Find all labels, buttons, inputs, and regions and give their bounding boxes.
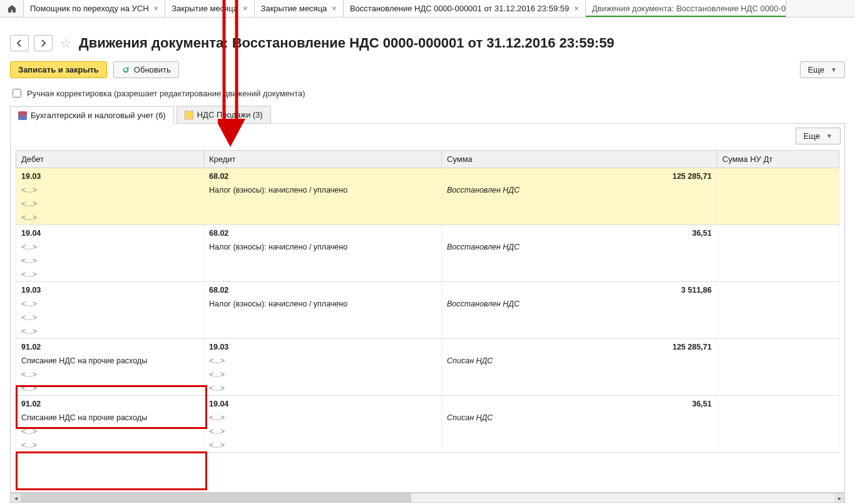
cell-credit-acc: 19.04 bbox=[204, 396, 442, 411]
tab-vat-sales[interactable]: НДС Продажи (3) bbox=[177, 106, 271, 123]
write-close-button[interactable]: Записать и закрыть bbox=[10, 61, 107, 78]
col-debit[interactable]: Дебет bbox=[16, 151, 204, 168]
table-row[interactable]: Списание НДС на прочие расходы<...>Списа… bbox=[16, 354, 839, 368]
table-row[interactable]: <...><...> bbox=[16, 381, 839, 396]
cell-sum-nu bbox=[717, 396, 839, 411]
table-row[interactable]: <...> bbox=[16, 211, 839, 225]
cell-empty bbox=[442, 311, 717, 325]
cell-ph bbox=[204, 211, 442, 225]
cell-debit-acc: 19.03 bbox=[16, 282, 204, 298]
cell-credit-acc: 68.02 bbox=[204, 168, 442, 184]
ledger-icon bbox=[18, 111, 27, 120]
table-row[interactable]: 91.0219.0436,51 bbox=[16, 396, 839, 411]
table-row[interactable]: <...>Налог (взносы): начислено / уплачен… bbox=[16, 297, 839, 311]
cell-empty bbox=[717, 325, 839, 339]
window-tab-4[interactable]: Движения документа: Восстановление НДС 0… bbox=[586, 0, 786, 17]
cell-ph bbox=[204, 254, 442, 268]
table-row[interactable]: <...><...> bbox=[16, 425, 839, 438]
table-row[interactable]: <...><...> bbox=[16, 368, 839, 381]
cell-sum: 36,51 bbox=[442, 396, 717, 411]
table-row[interactable]: 91.0219.03125 285,71 bbox=[16, 339, 839, 355]
tab-accounting[interactable]: Бухгалтерский и налоговый учет (6) bbox=[10, 106, 174, 124]
cell-debit-desc: <...> bbox=[16, 183, 204, 197]
tab-label: Закрытие месяца bbox=[261, 4, 327, 13]
table-row[interactable]: <...> bbox=[16, 254, 839, 268]
button-label: Обновить bbox=[134, 65, 171, 74]
table-more-button[interactable]: Еще ▼ bbox=[796, 128, 841, 144]
nav-row: ☆ Движения документа: Восстановление НДС… bbox=[10, 35, 845, 51]
tab-label: Закрытие месяца bbox=[172, 4, 238, 13]
cell-empty bbox=[442, 325, 717, 339]
table-row[interactable]: 19.0368.02125 285,71 bbox=[16, 168, 839, 184]
cell-credit-desc: Налог (взносы): начислено / уплачено bbox=[204, 183, 442, 197]
table-row[interactable]: Списание НДС на прочие расходы<...>Списа… bbox=[16, 411, 839, 425]
cell-sum-desc: Списан НДС bbox=[442, 411, 717, 425]
table-container: Еще ▼ Дебет Кредит Сумма Сумма НУ Дт 19.… bbox=[10, 124, 845, 493]
refresh-button[interactable]: Обновить bbox=[113, 61, 179, 78]
window-tab-1[interactable]: Закрытие месяца × bbox=[165, 0, 254, 17]
more-button[interactable]: Еще ▼ bbox=[800, 61, 845, 78]
window-tab-3[interactable]: Восстановление НДС 0000-000001 от 31.12.… bbox=[344, 0, 586, 17]
tab-label: Бухгалтерский и налоговый учет (6) bbox=[31, 111, 166, 120]
back-button[interactable] bbox=[10, 35, 29, 51]
col-credit[interactable]: Кредит bbox=[204, 151, 442, 168]
cell-debit-acc: 91.02 bbox=[16, 396, 204, 411]
table-row[interactable]: <...>Налог (взносы): начислено / уплачен… bbox=[16, 183, 839, 197]
cell-empty bbox=[717, 211, 839, 225]
table-row[interactable]: <...> bbox=[16, 325, 839, 339]
cell-credit-acc: 68.02 bbox=[204, 282, 442, 298]
manual-adjust-checkbox[interactable] bbox=[13, 89, 21, 98]
col-sum-nu-dt[interactable]: Сумма НУ Дт bbox=[717, 151, 839, 168]
cell-empty bbox=[442, 211, 717, 225]
table-row[interactable]: <...> bbox=[16, 197, 839, 211]
cell-sum: 3 511,86 bbox=[442, 282, 717, 298]
close-icon[interactable]: × bbox=[574, 4, 579, 13]
cell-empty bbox=[717, 183, 839, 197]
cell-debit-acc: 19.03 bbox=[16, 168, 204, 184]
cell-empty bbox=[442, 381, 717, 396]
cell-debit-desc: Списание НДС на прочие расходы bbox=[16, 354, 204, 368]
favorite-star-icon[interactable]: ☆ bbox=[58, 36, 74, 51]
scroll-left-button[interactable]: ◂ bbox=[11, 493, 21, 502]
scroll-thumb[interactable] bbox=[21, 493, 411, 502]
cell-debit-acc: 91.02 bbox=[16, 339, 204, 355]
cell-ph: <...> bbox=[204, 368, 442, 381]
close-icon[interactable]: × bbox=[154, 4, 159, 13]
home-icon bbox=[7, 4, 17, 14]
cell-empty bbox=[442, 197, 717, 211]
close-icon[interactable]: × bbox=[332, 4, 337, 13]
cell-debit-desc: Списание НДС на прочие расходы bbox=[16, 411, 204, 425]
cell-empty bbox=[717, 425, 839, 438]
table-row[interactable]: <...> bbox=[16, 268, 839, 282]
horizontal-scrollbar[interactable]: ◂ ▸ bbox=[10, 493, 845, 503]
cell-empty bbox=[717, 254, 839, 268]
tab-label: НДС Продажи (3) bbox=[197, 110, 263, 119]
close-icon[interactable]: × bbox=[243, 4, 248, 13]
postings-table: Дебет Кредит Сумма Сумма НУ Дт 19.0368.0… bbox=[16, 150, 839, 453]
window-tab-0[interactable]: Помощник по переходу на УСН × bbox=[24, 0, 165, 17]
table-row[interactable]: 19.0368.023 511,86 bbox=[16, 282, 839, 298]
cell-debit-desc: <...> bbox=[16, 297, 204, 311]
table-row[interactable]: 19.0468.0236,51 bbox=[16, 225, 839, 241]
cell-ph: <...> bbox=[16, 425, 204, 438]
page-tabs: Бухгалтерский и налоговый учет (6) НДС П… bbox=[10, 106, 845, 124]
cell-ph: <...> bbox=[204, 425, 442, 438]
forward-button[interactable] bbox=[34, 35, 53, 51]
table-row[interactable]: <...><...> bbox=[16, 438, 839, 453]
table-row[interactable]: <...> bbox=[16, 311, 839, 325]
tab-label: Восстановление НДС 0000-000001 от 31.12.… bbox=[350, 4, 569, 13]
home-tab[interactable] bbox=[0, 0, 24, 17]
annotation-redbox-2 bbox=[16, 451, 207, 490]
cell-credit-desc: Налог (взносы): начислено / уплачено bbox=[204, 240, 442, 254]
scroll-right-button[interactable]: ▸ bbox=[834, 493, 844, 502]
cell-ph: <...> bbox=[204, 381, 442, 396]
scroll-track[interactable] bbox=[21, 493, 834, 502]
cell-debit-desc: <...> bbox=[16, 240, 204, 254]
cell-ph bbox=[204, 268, 442, 282]
table-row[interactable]: <...>Налог (взносы): начислено / уплачен… bbox=[16, 240, 839, 254]
cell-empty bbox=[717, 354, 839, 368]
col-sum[interactable]: Сумма bbox=[442, 151, 717, 168]
window-tab-2[interactable]: Закрытие месяца × bbox=[255, 0, 344, 17]
cell-ph: <...> bbox=[16, 211, 204, 225]
cell-ph: <...> bbox=[16, 254, 204, 268]
